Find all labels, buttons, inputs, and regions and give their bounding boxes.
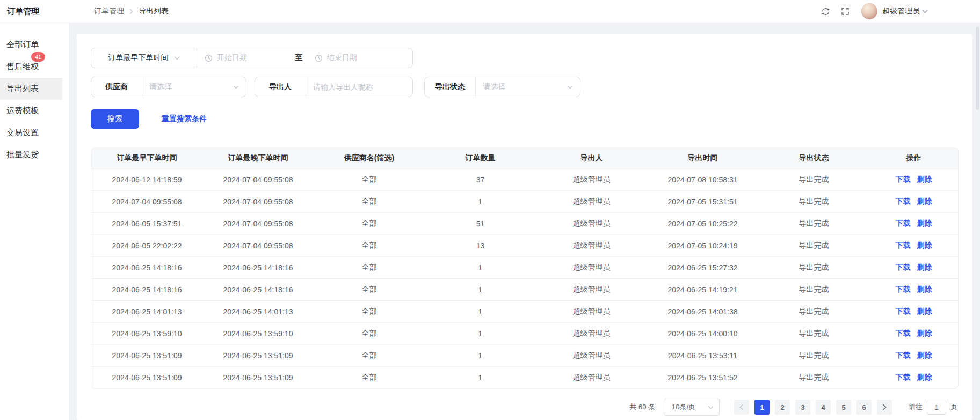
table-cell: 1 [425, 190, 536, 212]
end-date-input[interactable]: 结束日期 [303, 53, 405, 63]
delete-link[interactable]: 删除 [917, 241, 932, 249]
date-range-inputs: 开始日期 至 结束日期 [197, 48, 412, 68]
table-cell: 2024-06-12 14:18:59 [91, 168, 202, 190]
table-row: 2024-06-25 13:51:092024-06-25 13:51:09全部… [91, 344, 958, 366]
sidebar-item-label: 全部订单 [6, 40, 39, 50]
export-table: 订单最早下单时间 订单最晚下单时间 供应商名(筛选) 订单数量 导出人 导出时间… [91, 148, 959, 389]
table-cell: 超级管理员 [536, 344, 647, 366]
page-button-1[interactable]: 1 [754, 400, 770, 415]
table-cell: 超级管理员 [536, 322, 647, 344]
sidebar-item-freight-template[interactable]: 运费模板 [0, 100, 62, 122]
topbar: 订单管理 订单管理 导出列表 [0, 0, 980, 23]
sidebar-item-trade-settings[interactable]: 交易设置 [0, 122, 62, 144]
table-row: 2024-06-25 13:59:102024-06-25 13:59:10全部… [91, 322, 958, 344]
date-range-filter: 订单最早下单时间 开始日期 至 结束日期 [91, 48, 413, 68]
prev-page-button[interactable] [734, 400, 749, 415]
table-cell: 超级管理员 [536, 278, 647, 300]
goto-suffix: 页 [950, 402, 957, 412]
table-cell: 2024-06-05 22:02:22 [91, 234, 202, 256]
page-button-5[interactable]: 5 [836, 400, 851, 415]
download-link[interactable]: 下载 [896, 329, 911, 337]
table-cell: 37 [425, 168, 536, 190]
download-link[interactable]: 下载 [896, 219, 911, 227]
goto-page-input[interactable] [927, 400, 946, 415]
table-cell: 2024-07-05 15:31:51 [647, 190, 758, 212]
delete-link[interactable]: 删除 [917, 329, 932, 337]
table-cell: 2024-06-25 13:51:09 [91, 366, 202, 388]
page-button-3[interactable]: 3 [795, 400, 810, 415]
download-link[interactable]: 下载 [896, 351, 911, 359]
start-date-placeholder: 开始日期 [217, 53, 247, 63]
download-link[interactable]: 下载 [896, 285, 911, 293]
sidebar-item-batch-shipping[interactable]: 批量发货 [0, 144, 62, 166]
supplier-select[interactable]: 供应商 请选择 [91, 77, 246, 97]
refresh-icon[interactable] [821, 6, 830, 16]
delete-link[interactable]: 删除 [917, 263, 932, 271]
end-date-placeholder: 结束日期 [327, 53, 357, 63]
delete-link[interactable]: 删除 [917, 219, 932, 227]
export-status-select[interactable]: 导出状态 请选择 [424, 77, 580, 97]
table-cell: 导出完成 [758, 322, 869, 344]
download-link[interactable]: 下载 [896, 197, 911, 205]
download-link[interactable]: 下载 [896, 307, 911, 315]
sidebar-item-export-list[interactable]: 导出列表 [0, 78, 62, 100]
user-name[interactable]: 超级管理员 [882, 6, 920, 16]
user-avatar[interactable] [861, 3, 877, 19]
download-link[interactable]: 下载 [896, 373, 911, 381]
page-size-select[interactable]: 10条/页 [664, 399, 720, 416]
app-window: 订单管理 订单管理 导出列表 [0, 0, 980, 420]
sidebar-item-all-orders[interactable]: 全部订单 [0, 34, 62, 56]
delete-link[interactable]: 删除 [917, 351, 932, 359]
table-row: 2024-06-05 22:02:222024-07-04 09:55:08全部… [91, 234, 958, 256]
delete-link[interactable]: 删除 [917, 307, 932, 315]
table-cell: 导出完成 [758, 256, 869, 278]
reset-filters-link[interactable]: 重置搜索条件 [162, 114, 207, 124]
download-link[interactable]: 下载 [896, 263, 911, 271]
delete-link[interactable]: 删除 [917, 285, 932, 293]
table-cell: 全部 [314, 168, 425, 190]
column-header: 导出人 [536, 148, 647, 168]
time-field-select[interactable]: 订单最早下单时间 [91, 48, 197, 68]
time-field-value: 订单最早下单时间 [108, 53, 169, 63]
table-cell: 导出完成 [758, 344, 869, 366]
breadcrumb-item-export-list: 导出列表 [139, 6, 169, 16]
pager-pages: 123456 [752, 400, 874, 415]
exporter-input[interactable] [313, 83, 405, 91]
table-cell: 超级管理员 [536, 366, 647, 388]
scrollbar-thumb[interactable] [976, 27, 979, 110]
fullscreen-icon[interactable] [840, 6, 850, 16]
topbar-right: 超级管理员 [821, 3, 928, 19]
delete-link[interactable]: 删除 [917, 175, 932, 183]
sidebar-item-label: 批量发货 [6, 150, 39, 160]
page-button-4[interactable]: 4 [816, 400, 831, 415]
next-page-button[interactable] [877, 400, 892, 415]
table-cell: 超级管理员 [536, 234, 647, 256]
table-cell-actions: 下载删除 [869, 256, 958, 278]
start-date-input[interactable]: 开始日期 [205, 53, 295, 63]
page-button-2[interactable]: 2 [775, 400, 790, 415]
search-button[interactable]: 搜索 [91, 109, 139, 129]
page-body: 全部订单 售后维权 41 导出列表 运费模板 交易设置 批量发货 [0, 23, 980, 420]
table-cell: 2024-06-25 14:01:13 [202, 300, 314, 322]
chevron-down-icon [708, 406, 714, 409]
delete-link[interactable]: 删除 [917, 373, 932, 381]
download-link[interactable]: 下载 [896, 175, 911, 183]
download-link[interactable]: 下载 [896, 241, 911, 249]
column-header: 订单最早下单时间 [91, 148, 202, 168]
page-scrollbar[interactable] [976, 24, 979, 420]
column-header: 订单数量 [425, 148, 536, 168]
table-cell: 2024-06-25 14:01:13 [91, 300, 202, 322]
table-cell-actions: 下载删除 [869, 278, 958, 300]
sidebar-item-after-sales[interactable]: 售后维权 41 [0, 56, 62, 78]
supplier-placeholder: 请选择 [149, 82, 172, 92]
app-title: 订单管理 [0, 6, 69, 17]
user-menu-chevron-down-icon[interactable] [922, 10, 928, 13]
sidebar: 全部订单 售后维权 41 导出列表 运费模板 交易设置 批量发货 [0, 23, 69, 420]
table-cell: 2024-06-25 14:18:16 [202, 278, 314, 300]
main-content: 订单最早下单时间 开始日期 至 结束日期 [69, 23, 980, 420]
breadcrumb-item-order-management[interactable]: 订单管理 [94, 6, 124, 16]
page-button-6[interactable]: 6 [856, 400, 872, 415]
delete-link[interactable]: 删除 [917, 197, 932, 205]
date-range-separator: 至 [295, 53, 303, 63]
table-cell: 2024-07-05 10:25:22 [647, 212, 758, 234]
